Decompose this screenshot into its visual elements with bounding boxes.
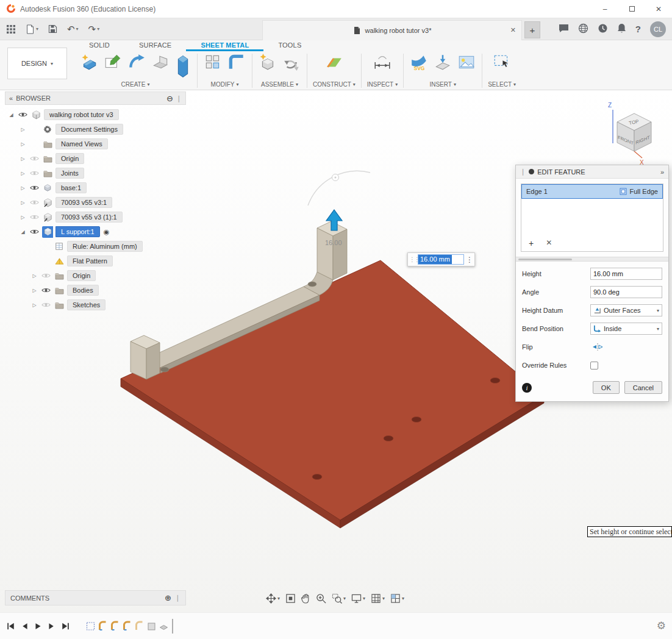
unfold-icon[interactable] — [203, 52, 223, 72]
zoom-nav-button[interactable] — [314, 591, 328, 605]
expander-icon[interactable]: ▷ — [30, 288, 38, 293]
splitter-grip[interactable] — [518, 259, 572, 260]
redo-button[interactable]: ↷ ▾ — [88, 24, 100, 35]
user-avatar[interactable]: CL — [650, 21, 666, 37]
hand-nav-button[interactable] — [299, 591, 312, 605]
web-button[interactable] — [578, 23, 588, 35]
sketch-icon[interactable] — [103, 52, 123, 72]
ribbon-group-label[interactable]: SELECT — [488, 81, 512, 88]
tree-item-4[interactable]: ▷Joints — [5, 166, 186, 180]
tab-close-button[interactable]: ✕ — [510, 26, 516, 34]
tree-item-2[interactable]: ▷Named Views — [5, 137, 186, 151]
visibility-eye-icon[interactable] — [29, 228, 40, 235]
ribbon-group-label[interactable]: MODIFY — [211, 81, 235, 88]
expander-icon[interactable]: ▷ — [19, 215, 27, 220]
bend-icon[interactable] — [151, 52, 170, 72]
ok-button[interactable]: OK — [593, 381, 620, 394]
comments-bar[interactable]: COMMENTS ⊕ ❘ — [5, 590, 186, 605]
to-end-button[interactable] — [61, 622, 70, 630]
ribbon-group-label[interactable]: ASSEMBLE — [261, 81, 294, 88]
minimize-button[interactable]: – — [592, 0, 618, 18]
joint-icon[interactable] — [282, 52, 301, 72]
undo-button[interactable]: ↶ ▾ — [67, 24, 79, 35]
override-rules-checkbox[interactable] — [590, 362, 598, 369]
expander-icon[interactable]: ◢ — [19, 229, 27, 235]
tree-item-0[interactable]: ◢walking robot tutor v3 — [5, 107, 186, 122]
tree-item-label[interactable]: base:1 — [55, 182, 87, 193]
cancel-button[interactable]: Cancel — [624, 381, 662, 394]
fit-nav-button[interactable] — [284, 591, 298, 605]
ribbon-group-label[interactable]: INSPECT — [367, 81, 393, 88]
visibility-eye-icon[interactable] — [41, 287, 51, 294]
drag-handle-icon[interactable]: ⋮⋮ — [409, 256, 416, 263]
remove-selection-button[interactable]: ✕ — [546, 238, 552, 248]
tree-item-label[interactable]: Origin — [67, 270, 96, 281]
visibility-eye-icon[interactable] — [18, 111, 28, 118]
dialog-splitter[interactable] — [516, 257, 668, 262]
tab-sheet-metal[interactable]: SHEET METAL — [186, 40, 263, 51]
tab-solid[interactable]: SOLID — [74, 40, 124, 51]
tree-item-label[interactable]: 70093 v55 v3:1 — [55, 197, 112, 208]
expander-icon[interactable]: ▷ — [19, 200, 27, 205]
timeline-feature-flange-2[interactable] — [110, 620, 120, 632]
step-forward-button[interactable] — [48, 622, 55, 630]
tree-item-7[interactable]: ▷70093 v55 v3 (1):1 — [5, 210, 186, 224]
tree-item-label[interactable]: Bodies — [67, 285, 99, 296]
visibility-eye-icon[interactable] — [29, 213, 40, 221]
dialog-gripper-icon[interactable]: ❘ — [520, 168, 526, 176]
flip-button[interactable] — [590, 341, 605, 353]
panel-gripper-icon[interactable]: ❘ — [176, 95, 182, 102]
grid-nav-button[interactable]: ▾ — [369, 591, 387, 605]
convert-icon[interactable] — [127, 52, 146, 72]
tree-item-9[interactable]: Rule: Aluminum (mm) — [5, 239, 186, 254]
visibility-eye-icon[interactable] — [29, 184, 40, 191]
edge-selection-row[interactable]: Edge 1 Full Edge — [521, 184, 663, 199]
history-button[interactable] — [598, 23, 608, 35]
tab-tools[interactable]: TOOLS — [263, 40, 316, 51]
viewcube[interactable]: Z X TOP FRONT RIGHT — [595, 96, 671, 166]
tree-item-13[interactable]: ▷Sketches — [5, 298, 186, 312]
tree-item-label[interactable]: walking robot tutor v3 — [44, 109, 119, 120]
expander-icon[interactable]: ▷ — [19, 156, 27, 162]
timeline-feature-base-6[interactable] — [159, 620, 168, 632]
display-nav-button[interactable]: ▾ — [349, 591, 367, 605]
flange-icon[interactable] — [79, 52, 99, 72]
expander-icon[interactable]: ▷ — [19, 171, 27, 176]
height-dimension-input[interactable]: 16.00 mm — [418, 254, 464, 265]
app-launcher-button[interactable] — [6, 24, 16, 34]
timeline-feature-flange-3[interactable] — [123, 620, 132, 632]
dialog-header[interactable]: ❘ EDIT FEATURE » — [516, 165, 668, 179]
height-datum-dropdown[interactable]: Outer Faces▾ — [590, 304, 662, 316]
tree-item-1[interactable]: ▷Document Settings — [5, 122, 186, 137]
bend-position-dropdown[interactable]: Inside▾ — [590, 323, 662, 335]
tree-item-label[interactable]: Document Settings — [55, 124, 123, 135]
expander-icon[interactable]: ▷ — [19, 141, 27, 147]
timeline-settings-button[interactable]: ⚙ — [657, 619, 666, 632]
expander-icon[interactable]: ▷ — [30, 302, 38, 308]
edge-mode[interactable]: Full Edge — [620, 188, 658, 195]
new-component-icon[interactable] — [258, 52, 277, 72]
tree-item-5[interactable]: ▷base:1 — [5, 180, 186, 195]
decal-icon[interactable] — [433, 52, 452, 72]
tree-item-6[interactable]: ▷70093 v55 v3:1 — [5, 195, 186, 210]
measure-icon[interactable] — [373, 52, 392, 72]
angle-input[interactable] — [590, 286, 662, 298]
help-button[interactable]: ? — [635, 24, 641, 34]
workspace-selector[interactable]: DESIGN ▾ — [7, 48, 67, 79]
panel-remove-icon[interactable]: ⊖ — [166, 94, 173, 103]
expander-icon[interactable]: ◢ — [7, 112, 15, 118]
dimension-input-box[interactable]: ⋮⋮ 16.00 mm ⋮ — [407, 252, 475, 266]
dimension-menu-icon[interactable]: ⋮ — [466, 255, 473, 264]
timeline-feature-flange-1[interactable] — [98, 620, 107, 632]
visibility-eye-icon[interactable] — [29, 199, 40, 206]
expander-icon[interactable]: ▷ — [30, 273, 38, 279]
info-icon[interactable]: i — [522, 383, 532, 393]
tree-item-label[interactable]: L support:1 — [55, 226, 100, 237]
panel-gripper-icon[interactable]: ❘ — [175, 594, 181, 602]
file-menu-button[interactable]: ▾ — [26, 24, 38, 34]
document-tab[interactable]: walking robot tutor v3* ✕ — [262, 20, 522, 40]
zoom-window-nav-button[interactable]: ▾ — [330, 591, 348, 605]
expand-dialog-icon[interactable]: » — [660, 168, 664, 176]
visibility-eye-icon[interactable] — [41, 301, 51, 309]
maximize-button[interactable] — [618, 0, 645, 18]
